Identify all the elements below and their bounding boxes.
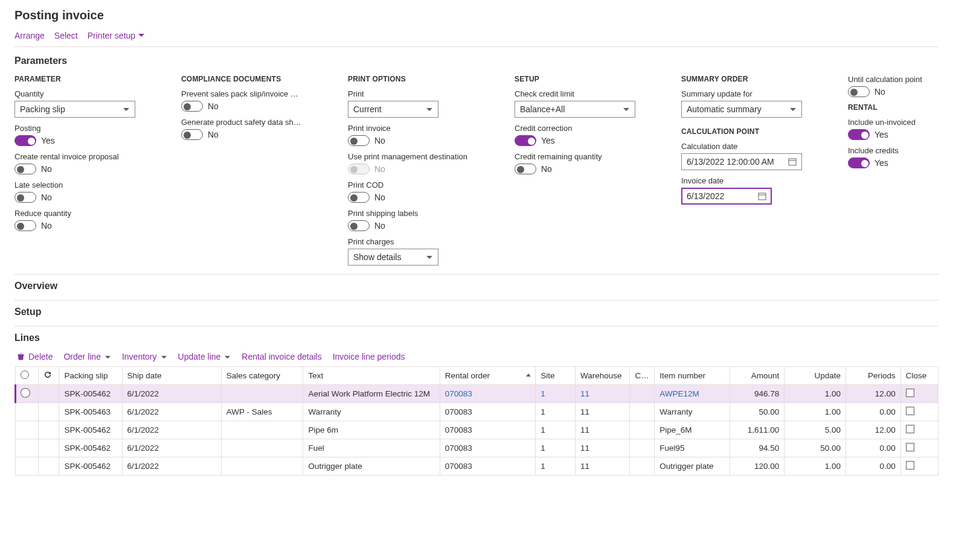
cw-cell[interactable] (630, 421, 655, 439)
close-cell[interactable] (900, 403, 938, 421)
row-refresh-cell[interactable] (39, 457, 59, 476)
setup-section-header[interactable]: Setup (14, 307, 939, 317)
item-number-cell[interactable]: Warranty (655, 403, 730, 421)
select-all-header[interactable] (16, 367, 39, 385)
warehouse-cell[interactable]: 11 (575, 457, 630, 476)
row-select-cell[interactable] (16, 457, 39, 476)
cw-header[interactable]: CW... (630, 367, 655, 385)
warehouse-cell[interactable]: 11 (575, 385, 630, 403)
posting-toggle[interactable] (14, 135, 36, 146)
text-header[interactable]: Text (303, 367, 440, 385)
periods-header[interactable]: Periods (846, 367, 901, 385)
rental-order-cell[interactable]: 070083 (440, 403, 535, 421)
create-rental-toggle[interactable] (14, 164, 36, 174)
warehouse-header[interactable]: Warehouse (575, 367, 630, 385)
ship-date-cell[interactable]: 6/1/2022 (122, 439, 221, 457)
update-cell[interactable]: 1.00 (785, 403, 846, 421)
print-invoice-toggle[interactable] (348, 135, 370, 146)
periods-cell[interactable]: 0.00 (846, 403, 901, 421)
print-select[interactable]: Current (348, 101, 438, 118)
generate-toggle[interactable] (181, 129, 203, 140)
update-cell[interactable]: 1.00 (785, 385, 846, 403)
site-header[interactable]: Site (536, 367, 576, 385)
delete-button[interactable]: Delete (17, 352, 53, 361)
site-cell[interactable]: 1 (536, 403, 576, 421)
periods-cell[interactable]: 0.00 (846, 457, 901, 476)
print-cod-toggle[interactable] (348, 192, 370, 203)
cw-cell[interactable] (630, 457, 655, 476)
text-cell[interactable]: Fuel (303, 439, 440, 457)
warehouse-cell[interactable]: 11 (575, 439, 630, 457)
site-cell[interactable]: 1 (536, 421, 576, 439)
until-toggle[interactable] (848, 86, 870, 97)
item-number-cell[interactable]: Outrigger plate (655, 457, 730, 476)
row-refresh-cell[interactable] (39, 403, 59, 421)
text-cell[interactable]: Outrigger plate (303, 457, 440, 476)
site-cell[interactable]: 1 (536, 439, 576, 457)
ship-date-cell[interactable]: 6/1/2022 (122, 421, 221, 439)
ship-date-header[interactable]: Ship date (122, 367, 221, 385)
refresh-header[interactable] (39, 367, 59, 385)
rental-order-cell[interactable]: 070083 (440, 421, 535, 439)
ship-date-cell[interactable]: 6/1/2022 (122, 403, 221, 421)
close-checkbox[interactable] (906, 425, 914, 433)
table-row[interactable]: SPK-0054626/1/2022Outrigger plate0700831… (16, 457, 939, 476)
row-select-cell[interactable] (16, 385, 39, 403)
packing-slip-cell[interactable]: SPK-005462 (59, 439, 122, 457)
amount-cell[interactable]: 946.78 (730, 385, 785, 403)
close-header[interactable]: Close (900, 367, 938, 385)
amount-cell[interactable]: 120.00 (730, 457, 785, 476)
amount-cell[interactable]: 94.50 (730, 439, 785, 457)
packing-slip-cell[interactable]: SPK-005462 (59, 385, 122, 403)
sales-category-cell[interactable]: AWP - Sales (221, 403, 303, 421)
warehouse-cell[interactable]: 11 (575, 403, 630, 421)
credit-corr-toggle[interactable] (515, 135, 536, 146)
inventory-menu[interactable]: Inventory (122, 352, 167, 361)
item-number-cell[interactable]: Fuel95 (655, 439, 730, 457)
prevent-toggle[interactable] (181, 101, 203, 112)
periods-cell[interactable]: 0.00 (846, 439, 901, 457)
site-cell[interactable]: 1 (536, 385, 576, 403)
update-cell[interactable]: 5.00 (785, 421, 846, 439)
item-number-header[interactable]: Item number (655, 367, 730, 385)
text-cell[interactable]: Aerial Work Platform Electric 12M (303, 385, 440, 403)
row-select-cell[interactable] (16, 421, 39, 439)
ship-date-cell[interactable]: 6/1/2022 (122, 457, 221, 476)
update-header[interactable]: Update (785, 367, 846, 385)
row-refresh-cell[interactable] (39, 421, 59, 439)
update-line-menu[interactable]: Update line (178, 352, 231, 361)
reduce-quantity-toggle[interactable] (14, 220, 36, 231)
print-charges-select[interactable]: Show details (348, 249, 438, 266)
sales-category-header[interactable]: Sales category (221, 367, 303, 385)
item-number-cell[interactable]: AWPE12M (655, 385, 730, 403)
periods-cell[interactable]: 12.00 (846, 385, 901, 403)
close-cell[interactable] (900, 439, 938, 457)
update-cell[interactable]: 50.00 (785, 439, 846, 457)
rental-order-cell[interactable]: 070083 (440, 457, 535, 476)
packing-slip-cell[interactable]: SPK-005463 (59, 403, 122, 421)
row-refresh-cell[interactable] (39, 439, 59, 457)
update-cell[interactable]: 1.00 (785, 457, 846, 476)
close-cell[interactable] (900, 385, 938, 403)
close-checkbox[interactable] (906, 461, 914, 469)
periods-cell[interactable]: 12.00 (846, 421, 901, 439)
inc-un-toggle[interactable] (848, 129, 870, 140)
print-ship-toggle[interactable] (348, 220, 370, 231)
printer-setup-button[interactable]: Printer setup (88, 31, 145, 40)
amount-cell[interactable]: 1,611.00 (730, 421, 785, 439)
sales-category-cell[interactable] (221, 439, 303, 457)
close-checkbox[interactable] (906, 407, 914, 415)
ship-date-cell[interactable]: 6/1/2022 (122, 385, 221, 403)
packing-slip-cell[interactable]: SPK-005462 (59, 457, 122, 476)
text-cell[interactable]: Warranty (303, 403, 440, 421)
close-checkbox[interactable] (906, 389, 914, 397)
close-cell[interactable] (900, 457, 938, 476)
table-row[interactable]: SPK-0054626/1/2022Fuel070083111Fuel9594.… (16, 439, 939, 457)
quantity-select[interactable]: Packing slip (14, 101, 135, 118)
row-select-cell[interactable] (16, 439, 39, 457)
sales-category-cell[interactable] (221, 421, 303, 439)
cw-cell[interactable] (630, 439, 655, 457)
overview-section-header[interactable]: Overview (14, 281, 939, 291)
select-button[interactable]: Select (54, 31, 78, 40)
inc-cr-toggle[interactable] (848, 158, 870, 168)
